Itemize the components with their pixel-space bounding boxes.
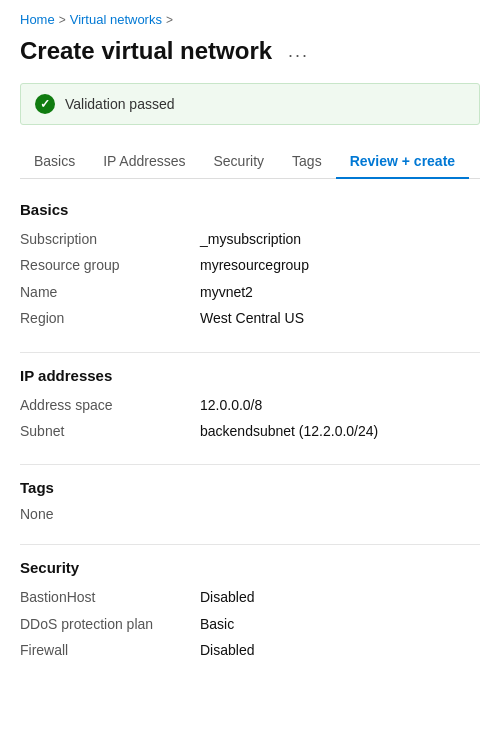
field-label-name: Name — [20, 281, 200, 303]
field-value-name: myvnet2 — [200, 281, 253, 303]
field-value-address-space: 12.0.0.0/8 — [200, 394, 262, 416]
field-firewall: Firewall Disabled — [20, 639, 480, 661]
field-value-ddos: Basic — [200, 613, 234, 635]
divider-3 — [20, 544, 480, 545]
breadcrumb: Home > Virtual networks > — [20, 12, 480, 27]
tags-section-title: Tags — [20, 479, 480, 496]
ip-addresses-section: IP addresses Address space 12.0.0.0/8 Su… — [20, 367, 480, 443]
divider-1 — [20, 352, 480, 353]
field-value-subscription: _mysubscription — [200, 228, 301, 250]
breadcrumb-home[interactable]: Home — [20, 12, 55, 27]
field-subscription: Subscription _mysubscription — [20, 228, 480, 250]
ellipsis-button[interactable]: ... — [282, 39, 315, 64]
validation-banner: Validation passed — [20, 83, 480, 125]
field-label-subnet: Subnet — [20, 420, 200, 442]
field-label-resource-group: Resource group — [20, 254, 200, 276]
validation-message: Validation passed — [65, 96, 174, 112]
page-title: Create virtual network — [20, 37, 272, 65]
basics-section: Basics Subscription _mysubscription Reso… — [20, 201, 480, 330]
field-ddos: DDoS protection plan Basic — [20, 613, 480, 635]
field-region: Region West Central US — [20, 307, 480, 329]
field-label-address-space: Address space — [20, 394, 200, 416]
page-title-row: Create virtual network ... — [20, 37, 480, 65]
field-subnet: Subnet backendsubnet (12.2.0.0/24) — [20, 420, 480, 442]
validation-check-icon — [35, 94, 55, 114]
tab-review-create[interactable]: Review + create — [336, 145, 469, 179]
divider-2 — [20, 464, 480, 465]
field-resource-group: Resource group myresourcegroup — [20, 254, 480, 276]
field-value-subnet: backendsubnet (12.2.0.0/24) — [200, 420, 378, 442]
field-label-firewall: Firewall — [20, 639, 200, 661]
tab-basics[interactable]: Basics — [20, 145, 89, 179]
tab-bar: Basics IP Addresses Security Tags Review… — [20, 145, 480, 179]
field-label-ddos: DDoS protection plan — [20, 613, 200, 635]
security-section-title: Security — [20, 559, 480, 576]
basics-section-title: Basics — [20, 201, 480, 218]
tab-security[interactable]: Security — [199, 145, 278, 179]
field-label-bastion-host: BastionHost — [20, 586, 200, 608]
field-value-resource-group: myresourcegroup — [200, 254, 309, 276]
field-label-subscription: Subscription — [20, 228, 200, 250]
breadcrumb-sep2: > — [166, 13, 173, 27]
field-label-region: Region — [20, 307, 200, 329]
tab-ip-addresses[interactable]: IP Addresses — [89, 145, 199, 179]
tags-section: Tags None — [20, 479, 480, 522]
security-section: Security BastionHost Disabled DDoS prote… — [20, 559, 480, 661]
breadcrumb-sep1: > — [59, 13, 66, 27]
field-name: Name myvnet2 — [20, 281, 480, 303]
tab-tags[interactable]: Tags — [278, 145, 336, 179]
tags-none-value: None — [20, 506, 480, 522]
field-value-region: West Central US — [200, 307, 304, 329]
field-value-firewall: Disabled — [200, 639, 254, 661]
field-value-bastion-host: Disabled — [200, 586, 254, 608]
ip-addresses-section-title: IP addresses — [20, 367, 480, 384]
field-address-space: Address space 12.0.0.0/8 — [20, 394, 480, 416]
field-bastion-host: BastionHost Disabled — [20, 586, 480, 608]
breadcrumb-virtual-networks[interactable]: Virtual networks — [70, 12, 162, 27]
